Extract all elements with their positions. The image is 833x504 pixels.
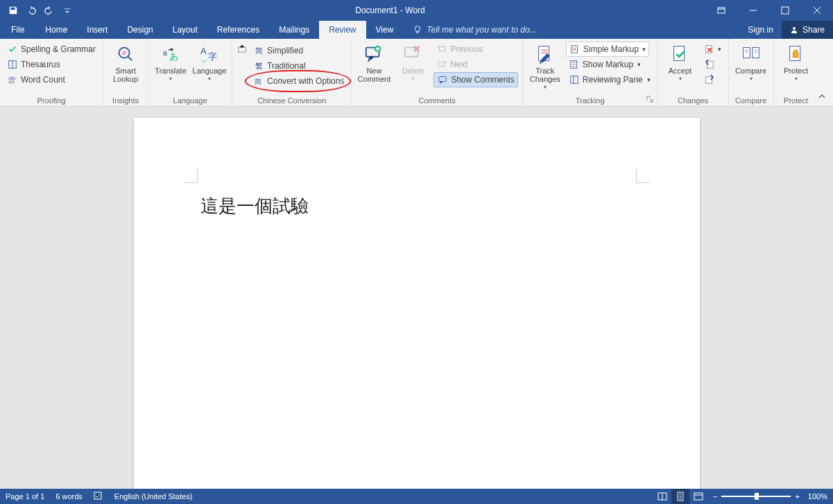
show-markup-button[interactable]: Show Markup ▾ — [566, 57, 653, 72]
show-comments-label: Show Comments — [451, 75, 514, 85]
share-button[interactable]: Share — [782, 21, 833, 39]
tab-design[interactable]: Design — [117, 21, 162, 39]
previous-label: Previous — [450, 44, 483, 54]
svg-rect-0 — [718, 8, 725, 13]
zoom-out-button[interactable]: − — [713, 492, 717, 501]
language-button[interactable]: A字 Language ▾ — [191, 42, 227, 83]
display-for-review-dropdown[interactable]: Simple Markup ▾ — [566, 42, 649, 57]
protect-button[interactable]: Protect ▾ — [778, 42, 814, 83]
web-layout-button[interactable] — [689, 489, 707, 504]
tab-view[interactable]: View — [366, 21, 404, 39]
previous-change-button[interactable] — [701, 57, 724, 72]
ink-icon[interactable] — [237, 43, 248, 54]
zoom-level[interactable]: 100% — [808, 492, 827, 501]
chevron-down-icon: ▾ — [718, 46, 721, 53]
book-icon — [7, 59, 18, 70]
thesaurus-button[interactable]: Thesaurus — [4, 57, 98, 72]
protect-group-label: Protect — [778, 95, 814, 106]
smart-lookup-button[interactable]: Smart Lookup — [108, 42, 144, 85]
spelling-grammar-button[interactable]: Spelling & Grammar — [4, 42, 98, 57]
reviewing-pane-label: Reviewing Pane — [583, 75, 643, 85]
document-page[interactable]: 這是一個試驗 — [134, 118, 700, 489]
translate-label: Translate — [155, 67, 186, 75]
language-group-label: Language — [153, 95, 227, 106]
tab-references[interactable]: References — [207, 21, 269, 39]
undo-button[interactable] — [24, 3, 39, 18]
collapse-ribbon-button[interactable] — [818, 92, 829, 103]
insights-group-label: Insights — [108, 95, 144, 106]
read-mode-button[interactable] — [653, 489, 671, 504]
dropdown-icon: ▾ — [795, 76, 798, 82]
svg-text:あ: あ — [169, 51, 178, 62]
markup-icon — [569, 44, 581, 55]
group-chinese-conversion: 简 Simplified 繁 Traditional 简 Convert wit… — [232, 39, 352, 106]
new-comment-label: New Comment — [358, 67, 391, 83]
language-status[interactable]: English (United States) — [114, 492, 193, 501]
accept-button[interactable]: Accept ▾ — [662, 42, 698, 83]
reviewing-pane-icon — [569, 74, 580, 85]
close-button[interactable] — [801, 0, 833, 21]
print-layout-button[interactable] — [671, 489, 689, 504]
word-count-status[interactable]: 6 words — [55, 492, 83, 501]
svg-text:123: 123 — [8, 80, 15, 84]
convert-options-label: Convert with Options — [267, 76, 344, 86]
tab-mailings[interactable]: Mailings — [269, 21, 319, 39]
tab-layout[interactable]: Layout — [163, 21, 207, 39]
svg-rect-33 — [793, 53, 798, 58]
tab-insert[interactable]: Insert — [77, 21, 117, 39]
next-change-button[interactable] — [701, 72, 724, 87]
svg-rect-21 — [439, 77, 447, 82]
tab-file[interactable]: File — [0, 21, 35, 39]
group-comments: New Comment Delete ▾ Previous Next Show — [352, 39, 522, 106]
lock-icon — [785, 43, 807, 65]
group-language: aあ Translate ▾ A字 Language ▾ Language — [148, 39, 232, 106]
svg-rect-30 — [743, 48, 749, 58]
svg-rect-37 — [694, 493, 703, 500]
checkmark-icon — [7, 44, 18, 55]
page-number-status[interactable]: Page 1 of 1 — [6, 492, 44, 501]
sign-in-button[interactable]: Sign in — [739, 25, 782, 35]
svg-text:字: 字 — [208, 51, 217, 62]
convert-with-options-button[interactable]: 简 Convert with Options — [250, 73, 347, 89]
group-proofing: Spelling & Grammar Thesaurus ABC123 Word… — [0, 39, 103, 106]
margin-marker — [636, 169, 650, 183]
minimize-button[interactable] — [737, 0, 769, 21]
delete-comment-icon — [402, 43, 424, 65]
translate-button[interactable]: aあ Translate ▾ — [153, 42, 189, 83]
svg-text:简: 简 — [255, 78, 261, 85]
tab-review[interactable]: Review — [319, 21, 366, 39]
delete-comment-button[interactable]: Delete ▾ — [395, 42, 431, 83]
compare-icon — [740, 43, 762, 65]
status-bar: Page 1 of 1 6 words English (United Stat… — [0, 489, 833, 504]
redo-button[interactable] — [42, 3, 57, 18]
next-change-icon — [704, 74, 715, 85]
reviewing-pane-button[interactable]: Reviewing Pane ▾ — [566, 72, 653, 87]
maximize-button[interactable] — [769, 0, 801, 21]
reject-button[interactable]: ▾ — [701, 42, 724, 57]
tab-home[interactable]: Home — [35, 21, 77, 39]
ribbon-display-options-button[interactable] — [705, 0, 737, 21]
traditional-button[interactable]: 繁 Traditional — [250, 58, 347, 73]
track-changes-button[interactable]: Track Changes ▾ — [527, 42, 563, 92]
zoom-slider[interactable] — [721, 496, 791, 497]
zoom-in-button[interactable]: + — [795, 492, 799, 501]
document-area[interactable]: 這是一個試驗 — [0, 108, 833, 489]
word-count-button[interactable]: ABC123 Word Count — [4, 72, 98, 87]
proofing-status-icon[interactable] — [94, 491, 103, 502]
reject-icon — [704, 44, 715, 55]
simplified-button[interactable]: 简 Simplified — [250, 43, 306, 58]
new-comment-button[interactable]: New Comment — [356, 42, 392, 85]
save-button[interactable] — [6, 3, 21, 18]
svg-point-2 — [793, 27, 796, 30]
changes-group-label: Changes — [662, 95, 724, 106]
language-label: Language — [193, 67, 227, 75]
customize-qat-button[interactable] — [60, 3, 75, 18]
tell-me-search[interactable]: Tell me what you want to do... — [403, 25, 536, 35]
document-text[interactable]: 這是一個試驗 — [200, 194, 309, 218]
simple-markup-label: Simple Markup — [583, 44, 639, 54]
compare-button[interactable]: Compare ▾ — [733, 42, 769, 83]
show-comments-icon — [437, 74, 448, 85]
show-markup-label: Show Markup — [583, 60, 633, 69]
show-comments-button[interactable]: Show Comments — [433, 72, 517, 87]
tracking-launcher[interactable] — [646, 95, 655, 103]
